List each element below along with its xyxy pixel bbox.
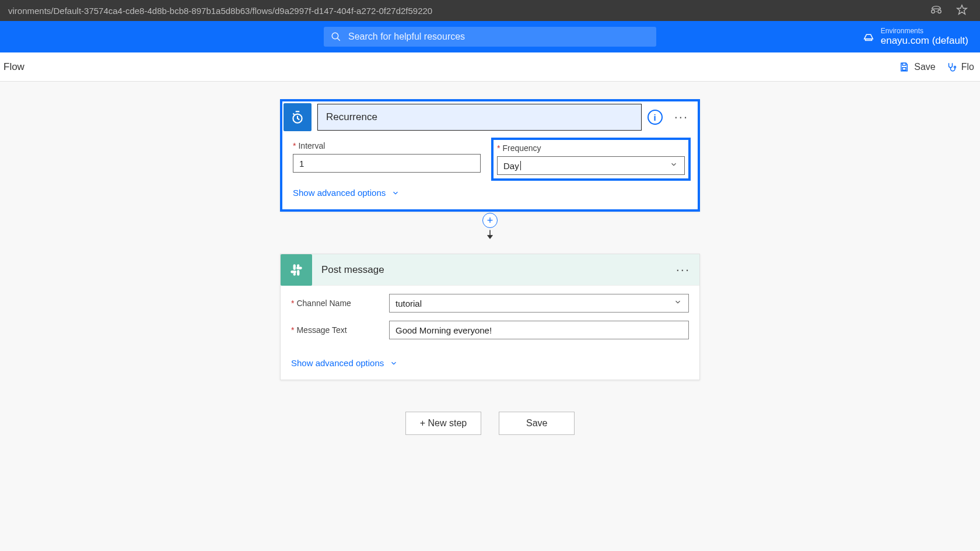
browser-url-bar: vironments/Default-37574ca4-cde8-4d8b-bc… [0,0,980,21]
card-menu-icon[interactable]: ··· [674,111,688,124]
search-box[interactable] [324,27,656,47]
stethoscope-icon [946,62,957,72]
command-bar: Flow Save Flo [0,52,980,82]
slack-icon [281,254,312,286]
footer-buttons: + New step Save [0,412,980,435]
svg-line-1 [337,38,340,41]
svg-rect-4 [902,67,906,70]
trigger-card-recurrence[interactable]: Recurrence ··· *Interval *Frequency Day [280,99,700,212]
chevron-down-icon [391,189,400,197]
channel-name-select[interactable] [389,294,689,313]
step-connector: + [280,212,700,238]
show-advanced-trigger[interactable]: Show advanced options [293,177,687,207]
flow-canvas: Recurrence ··· *Interval *Frequency Day [0,82,980,435]
search-input[interactable] [348,31,649,42]
frequency-selected-value: Day [503,161,519,171]
save-icon [899,62,909,72]
chevron-down-icon [390,359,398,367]
action-title: Post message [312,264,676,276]
frequency-label: *Frequency [497,143,685,153]
arrow-down-icon [485,229,495,242]
svg-point-0 [332,33,338,39]
frequency-select[interactable]: Day [497,156,685,175]
svg-point-5 [954,66,956,68]
interval-label: *Interval [293,141,481,150]
app-header: Environments enayu.com (default) [0,21,980,52]
save-button[interactable]: Save [499,412,575,435]
save-command-label: Save [914,62,935,72]
card-menu-icon[interactable]: ··· [676,264,690,276]
search-icon [331,31,341,42]
recurrence-icon [284,103,312,131]
trigger-title-text: Recurrence [326,111,377,123]
environment-picker[interactable]: Environments enayu.com (default) [862,27,968,47]
action-card-post-message[interactable]: Post message ··· *Channel Name *Messa [280,254,700,380]
incognito-icon [930,3,943,18]
message-text-input[interactable] [389,321,689,339]
show-advanced-action-label: Show advanced options [291,358,384,368]
bookmark-star-icon[interactable] [956,3,968,18]
info-icon[interactable] [648,110,663,125]
show-advanced-action[interactable]: Show advanced options [291,348,689,377]
environment-icon [862,30,875,43]
text-cursor [520,161,521,170]
new-step-button[interactable]: + New step [405,412,481,435]
browser-url-text: vironments/Default-37574ca4-cde8-4d8b-bc… [8,6,432,16]
save-command[interactable]: Save [899,62,935,72]
svg-rect-3 [902,63,906,65]
frequency-field-highlight: *Frequency Day [491,138,691,181]
svg-rect-2 [865,39,872,41]
svg-marker-8 [488,236,493,239]
environment-name: enayu.com (default) [881,35,968,47]
interval-field: *Interval [293,141,481,177]
trigger-title-input[interactable]: Recurrence [317,104,642,131]
channel-name-label: *Channel Name [291,299,379,308]
message-text-label: *Message Text [291,325,379,335]
environment-heading: Environments [881,27,968,35]
show-advanced-trigger-label: Show advanced options [293,188,386,198]
insert-step-button[interactable]: + [482,213,498,228]
flow-checker-label: Flo [961,62,974,72]
page-title: Flow [2,61,24,73]
flow-checker-command[interactable]: Flo [946,62,974,72]
interval-input[interactable] [293,154,481,173]
